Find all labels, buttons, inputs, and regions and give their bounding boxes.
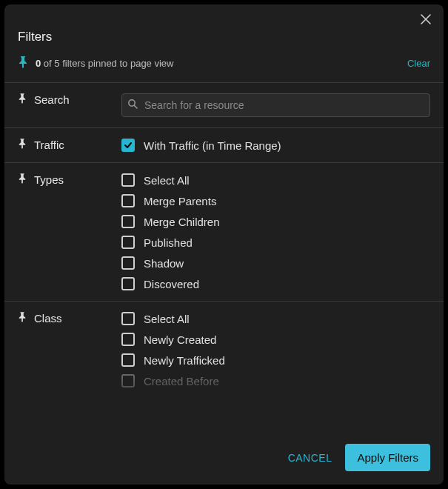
section-search: Search xyxy=(4,82,444,127)
traffic-checkbox-item[interactable]: With Traffic (in Time Range) xyxy=(121,139,430,152)
class-item[interactable]: Select All xyxy=(121,312,430,325)
checkbox-label: Merge Children xyxy=(144,216,220,228)
types-item[interactable]: Merge Parents xyxy=(121,194,430,207)
checkbox[interactable] xyxy=(121,374,135,387)
checkbox[interactable] xyxy=(121,173,135,187)
checkbox-label: Select All xyxy=(144,174,190,187)
close-row xyxy=(4,4,444,27)
checkbox-label: Newly Created xyxy=(144,333,216,346)
panel-title: Filters xyxy=(4,27,444,52)
checkbox-label: Discovered xyxy=(144,278,199,290)
section-class: Class Select All Newly Created Newly Tra… xyxy=(4,301,444,398)
apply-filters-button[interactable]: Apply Filters xyxy=(345,444,430,471)
checkbox-label: Shadow xyxy=(144,257,184,270)
pin-icon[interactable] xyxy=(18,93,27,106)
types-item[interactable]: Discovered xyxy=(121,277,430,290)
checkbox[interactable] xyxy=(121,277,135,290)
types-label-text: Types xyxy=(34,173,64,186)
class-label-text: Class xyxy=(34,312,62,325)
checkbox[interactable] xyxy=(121,139,135,152)
svg-line-1 xyxy=(134,105,137,108)
section-types: Types Select All Merge Parents Merge Chi… xyxy=(4,162,444,301)
footer: CANCEL Apply Filters xyxy=(4,433,444,485)
close-icon xyxy=(421,14,431,24)
checkbox-label: Published xyxy=(144,236,193,249)
class-item[interactable]: Created Before xyxy=(121,374,430,387)
search-label-text: Search xyxy=(34,93,70,106)
search-input[interactable] xyxy=(121,93,430,117)
checkbox[interactable] xyxy=(121,353,135,367)
filters-body: Search xyxy=(4,82,444,433)
pin-count: 0 of 5 filters pinned to page view xyxy=(36,58,173,69)
checkbox-label: Merge Parents xyxy=(144,195,216,207)
filters-panel: Filters 0 of 5 filters pinned to page vi… xyxy=(4,4,444,485)
section-label-class: Class xyxy=(18,312,121,325)
close-button[interactable] xyxy=(418,12,433,27)
types-item[interactable]: Shadow xyxy=(121,256,430,270)
section-label-search: Search xyxy=(18,93,121,106)
section-label-types: Types xyxy=(18,173,121,186)
types-item[interactable]: Published xyxy=(121,236,430,249)
checkbox-label: With Traffic (in Time Range) xyxy=(144,139,281,152)
clear-button[interactable]: Clear xyxy=(407,58,430,69)
checkbox[interactable] xyxy=(121,194,135,207)
pin-icon[interactable] xyxy=(18,312,27,325)
types-list: Select All Merge Parents Merge Children … xyxy=(121,173,430,290)
checkbox[interactable] xyxy=(121,312,135,325)
checkbox-label: Select All xyxy=(144,313,190,325)
types-item[interactable]: Merge Children xyxy=(121,215,430,228)
class-list: Select All Newly Created Newly Trafficke… xyxy=(121,312,430,387)
pin-icon xyxy=(18,56,28,70)
checkbox[interactable] xyxy=(121,333,135,346)
section-label-traffic: Traffic xyxy=(18,139,121,151)
class-item[interactable]: Newly Created xyxy=(121,333,430,346)
checkbox[interactable] xyxy=(121,215,135,228)
checkbox[interactable] xyxy=(121,256,135,270)
search-icon xyxy=(127,99,138,112)
checkbox[interactable] xyxy=(121,236,135,249)
pin-icon[interactable] xyxy=(18,173,27,186)
section-traffic: Traffic With Traffic (in Time Range) xyxy=(4,127,444,162)
traffic-label-text: Traffic xyxy=(34,139,64,151)
cancel-button[interactable]: CANCEL xyxy=(288,452,332,464)
pin-status-row: 0 of 5 filters pinned to page view Clear xyxy=(4,52,444,82)
checkbox-label: Created Before xyxy=(144,375,219,387)
types-item[interactable]: Select All xyxy=(121,173,430,187)
pin-icon[interactable] xyxy=(18,139,27,151)
class-item[interactable]: Newly Trafficked xyxy=(121,353,430,367)
checkbox-label: Newly Trafficked xyxy=(144,354,225,367)
